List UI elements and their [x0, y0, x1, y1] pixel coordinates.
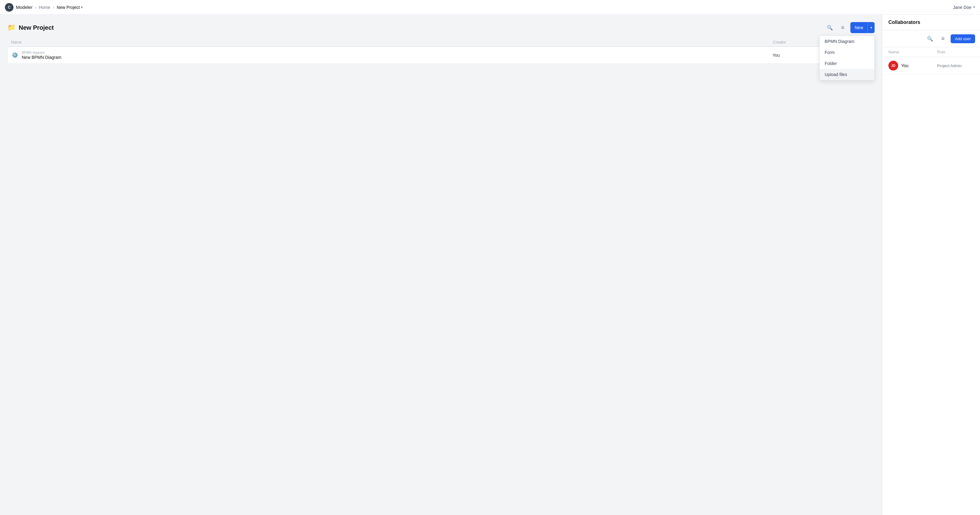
app-logo: C [5, 3, 13, 12]
breadcrumb-current-label: New Project [57, 5, 80, 10]
col-collab-name: Name [888, 49, 937, 54]
col-name: Name [11, 40, 773, 45]
breadcrumb-chevron-icon: ▾ [81, 5, 83, 10]
col-collab-role: Role [937, 49, 974, 54]
app-name: Modeler [16, 5, 32, 10]
dropdown-item-form[interactable]: Form [820, 47, 874, 58]
user-chevron-icon: ▾ [973, 5, 975, 9]
add-user-button[interactable]: Add user [951, 34, 975, 43]
row-icon: ⚙️ [11, 52, 19, 59]
collaborator-name-cell: JD You [888, 61, 937, 70]
avatar: JD [888, 61, 898, 70]
collaborator-name: You [901, 63, 908, 68]
collaborators-filter-icon: ≡ [942, 35, 945, 42]
collaborators-panel-toolbar: 🔍 ≡ Add user [882, 30, 980, 47]
table-row[interactable]: ⚙️ BPMN diagram New BPMN Diagram You 202… [7, 46, 875, 64]
user-menu[interactable]: Jane Doe ▾ [953, 5, 975, 10]
filter-icon: ≡ [841, 24, 845, 31]
page-title-wrap: 📁 New Project [7, 24, 54, 32]
header-left: C Modeler › Home › New Project ▾ [5, 3, 83, 12]
row-title: New BPMN Diagram [22, 55, 61, 60]
row-name-info: BPMN diagram New BPMN Diagram [22, 51, 61, 60]
breadcrumb-separator-2: › [53, 5, 54, 10]
dropdown-item-folder[interactable]: Folder [820, 58, 874, 69]
filter-button[interactable]: ≡ [837, 22, 848, 33]
dropdown-item-upload[interactable]: Upload files [820, 69, 874, 80]
search-icon: 🔍 [827, 25, 833, 31]
collaborators-table-header: Name Role [882, 47, 980, 57]
content-area: 📁 New Project 🔍 ≡ New ▾ BPMN Diagram [0, 15, 882, 515]
new-dropdown-menu: BPMN Diagram Form Folder Upload files [819, 35, 875, 80]
app-header: C Modeler › Home › New Project ▾ Jane Do… [0, 0, 980, 15]
collaborators-panel-title: Collaborators [882, 15, 980, 30]
new-button-arrow[interactable]: ▾ [868, 26, 875, 30]
user-name: Jane Doe [953, 5, 971, 10]
breadcrumb-home[interactable]: Home [39, 5, 50, 10]
page-title: New Project [19, 24, 54, 31]
table-header: Name Creator Las... [7, 38, 875, 46]
dropdown-item-bpmn[interactable]: BPMN Diagram [820, 36, 874, 47]
collaborators-search-button[interactable]: 🔍 [925, 33, 935, 44]
search-button[interactable]: 🔍 [825, 22, 835, 33]
breadcrumb-current[interactable]: New Project ▾ [57, 5, 83, 10]
row-type: BPMN diagram [22, 51, 61, 54]
toolbar: 🔍 ≡ New ▾ BPMN Diagram Form Folder Uploa… [825, 22, 875, 33]
row-creator: You [773, 53, 822, 57]
collaborators-search-icon: 🔍 [927, 36, 933, 42]
collaborator-role: Project Admin [937, 64, 974, 68]
row-name-cell: ⚙️ BPMN diagram New BPMN Diagram [11, 51, 773, 60]
collaborators-filter-button[interactable]: ≡ [938, 33, 948, 44]
collaborator-row: JD You Project Admin [882, 57, 980, 75]
collaborators-panel: Collaborators 🔍 ≡ Add user Name Role JD … [882, 15, 980, 515]
header-right: Jane Doe ▾ [953, 5, 975, 10]
main-layout: 📁 New Project 🔍 ≡ New ▾ BPMN Diagram [0, 15, 980, 515]
breadcrumb-separator: › [35, 5, 37, 10]
new-button-label: New [850, 25, 867, 30]
folder-icon: 📁 [7, 24, 16, 32]
col-creator: Creator [773, 40, 822, 45]
page-header: 📁 New Project 🔍 ≡ New ▾ BPMN Diagram [7, 22, 875, 33]
new-button[interactable]: New ▾ [850, 22, 875, 33]
